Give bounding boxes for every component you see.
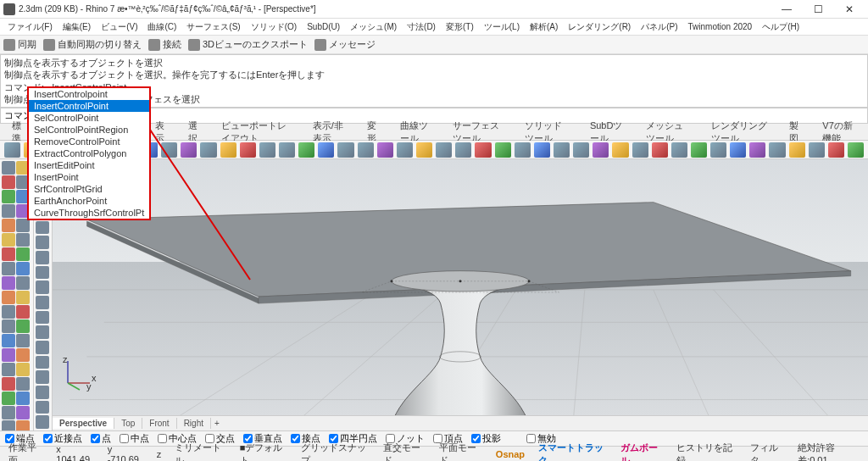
side-tool-icon[interactable]: [2, 219, 15, 232]
tool-icon[interactable]: [691, 142, 707, 158]
vp-tool-icon[interactable]: [36, 325, 49, 339]
side-tool-icon[interactable]: [2, 262, 15, 275]
tool-icon[interactable]: [789, 142, 805, 158]
ac-item[interactable]: SelControlPointRegion: [29, 124, 149, 136]
tool-icon[interactable]: [612, 142, 628, 158]
ac-item[interactable]: RemoveControlPoint: [29, 136, 149, 147]
menu-ビュー(V)[interactable]: ビュー(V): [97, 19, 142, 35]
side-tool-icon[interactable]: [16, 233, 30, 247]
tool-icon[interactable]: [515, 142, 531, 158]
vp-tool-icon[interactable]: [36, 266, 49, 280]
side-tool-icon[interactable]: [2, 377, 15, 391]
menu-SubD(U)[interactable]: SubD(U): [303, 20, 344, 33]
side-tool-icon[interactable]: [2, 305, 15, 319]
tb1-sync[interactable]: 同期: [3, 38, 36, 51]
menu-ヘルプ(H)[interactable]: ヘルプ(H): [758, 19, 804, 35]
status-平面モード[interactable]: 平面モード: [436, 442, 485, 462]
ac-item[interactable]: InsertControlPoint: [29, 100, 149, 112]
status-x[interactable]: x 1041.49: [53, 444, 97, 462]
tool-icon[interactable]: [4, 142, 20, 158]
vp-tab-right[interactable]: Right: [177, 418, 211, 429]
vp-tool-icon[interactable]: [36, 341, 49, 354]
status-グリッドスナップ[interactable]: グリッドスナップ: [298, 442, 373, 462]
side-tool-icon[interactable]: [2, 406, 15, 419]
tool-icon[interactable]: [573, 142, 589, 158]
tool-icon[interactable]: [848, 142, 864, 158]
side-tool-icon[interactable]: [16, 291, 30, 304]
tool-icon[interactable]: [259, 142, 275, 158]
tool-icon[interactable]: [358, 142, 374, 158]
menu-解析(A)[interactable]: 解析(A): [526, 19, 562, 35]
menu-ソリッド(O)[interactable]: ソリッド(O): [247, 19, 301, 35]
tool-icon[interactable]: [671, 142, 687, 158]
side-tool-icon[interactable]: [2, 161, 15, 175]
tool-icon[interactable]: [534, 142, 550, 158]
ac-item[interactable]: EarthAnchorPoint: [29, 195, 149, 207]
menu-ツール(L)[interactable]: ツール(L): [480, 19, 524, 35]
menu-サーフェス(S)[interactable]: サーフェス(S): [182, 19, 244, 35]
maximize-button[interactable]: ☐: [803, 1, 833, 18]
vp-tool-icon[interactable]: [36, 370, 49, 384]
tb1-export[interactable]: 3Dビューのエクスポート: [188, 38, 308, 51]
tool-icon[interactable]: [279, 142, 295, 158]
status-tol[interactable]: 絶対許容差:0.01: [794, 442, 863, 462]
vp-tab-front[interactable]: Front: [142, 418, 176, 429]
command-input[interactable]: InsertControlpoint: [46, 111, 864, 120]
side-tool-icon[interactable]: [2, 348, 15, 362]
tool-icon[interactable]: [436, 142, 452, 158]
side-tool-icon[interactable]: [16, 392, 30, 405]
tool-icon[interactable]: [730, 142, 746, 158]
side-tool-icon[interactable]: [2, 175, 15, 189]
side-tool-icon[interactable]: [2, 363, 15, 376]
tool-icon[interactable]: [554, 142, 570, 158]
status-z[interactable]: z: [153, 449, 165, 459]
tool-icon[interactable]: [593, 142, 609, 158]
menu-曲線(C)[interactable]: 曲線(C): [143, 19, 181, 35]
side-tool-icon[interactable]: [2, 319, 15, 333]
tool-icon[interactable]: [298, 142, 314, 158]
menu-レンダリング(R)[interactable]: レンダリング(R): [564, 19, 635, 35]
menu-寸法(D)[interactable]: 寸法(D): [403, 19, 440, 35]
ac-item[interactable]: SelControlPoint: [29, 112, 149, 124]
tool-icon[interactable]: [377, 142, 393, 158]
vp-tool-icon[interactable]: [36, 280, 49, 294]
side-tool-icon[interactable]: [16, 348, 30, 362]
side-tool-icon[interactable]: [16, 319, 30, 333]
vp-tab-top[interactable]: Top: [114, 418, 142, 429]
tool-icon[interactable]: [416, 142, 432, 158]
tool-icon[interactable]: [318, 142, 334, 158]
side-tool-icon[interactable]: [2, 233, 15, 247]
ac-item[interactable]: CurveThroughSrfControlPt: [29, 207, 149, 219]
side-tool-icon[interactable]: [2, 334, 15, 347]
tb1-msg[interactable]: メッセージ: [314, 38, 376, 51]
vp-tab-perspective[interactable]: Perspective: [53, 418, 114, 429]
side-tool-icon[interactable]: [16, 334, 30, 347]
vp-tool-icon[interactable]: [36, 356, 49, 369]
status-直交モード[interactable]: 直交モード: [380, 442, 429, 462]
vp-tool-icon[interactable]: [36, 296, 49, 309]
status-unit[interactable]: ミリメートル: [171, 442, 230, 462]
side-tool-icon[interactable]: [16, 363, 30, 376]
menu-Twinmotion 2020[interactable]: Twinmotion 2020: [684, 20, 757, 33]
tool-icon[interactable]: [495, 142, 511, 158]
status-history[interactable]: ヒストリを記録: [673, 442, 740, 462]
tool-icon[interactable]: [652, 142, 668, 158]
snap-checkbox[interactable]: [91, 434, 100, 443]
tb1-link[interactable]: 接続: [148, 38, 181, 51]
tb1-swap[interactable]: 自動同期の切り替え: [43, 38, 142, 51]
menu-メッシュ(M)[interactable]: メッシュ(M): [346, 19, 401, 35]
tool-icon[interactable]: [710, 142, 726, 158]
ac-item[interactable]: InsertEditPoint: [29, 159, 149, 171]
vp-tool-icon[interactable]: [36, 251, 49, 264]
side-tool-icon[interactable]: [2, 291, 15, 304]
vp-tool-icon[interactable]: [36, 386, 49, 399]
vp-tool-icon[interactable]: [36, 221, 49, 235]
tool-icon[interactable]: [769, 142, 785, 158]
status-layer[interactable]: ■デフォルト: [236, 442, 292, 462]
menu-パネル(P)[interactable]: パネル(P): [637, 19, 682, 35]
side-tool-icon[interactable]: [16, 219, 30, 232]
tool-icon[interactable]: [220, 142, 236, 158]
menu-編集(E)[interactable]: 編集(E): [58, 19, 95, 35]
perspective-viewport[interactable]: z y x: [53, 159, 868, 415]
tool-icon[interactable]: [809, 142, 825, 158]
